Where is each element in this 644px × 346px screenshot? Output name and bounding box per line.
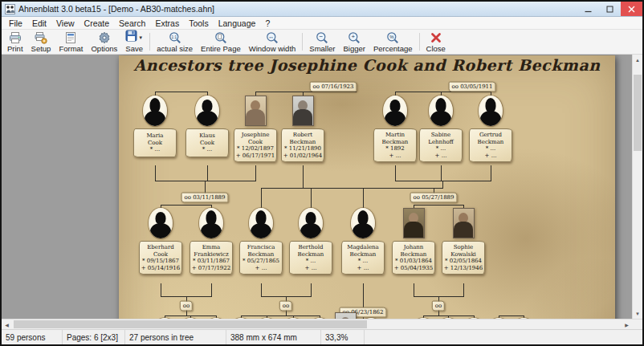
person-text-line: * 11/21/1890 xyxy=(284,145,321,153)
tree-person: BertholdBeckman* ...+ ... xyxy=(288,208,333,275)
person-name-box: MartinBeckman* 1892+ ... xyxy=(373,128,417,162)
person-name-box: KlausCook* ... xyxy=(185,128,229,157)
percentage-label: Percentage xyxy=(373,44,413,53)
person-text-line: + ... xyxy=(435,153,447,160)
tree-line xyxy=(155,92,208,92)
tree-line xyxy=(261,188,443,189)
scroll-left-arrow[interactable]: ◀ xyxy=(2,320,12,329)
tree-person: EmmaFrankiewicz* 03/11/1867+ 07/17/1922 xyxy=(189,208,234,275)
preview-area[interactable]: Ancestors tree Josephine Cook and Robert… xyxy=(2,55,632,319)
bigger-button[interactable]: + Bigger xyxy=(340,30,369,54)
person-photo xyxy=(453,208,475,238)
save-button[interactable]: ▼ Save xyxy=(121,30,147,54)
person-text-line: Eberhard xyxy=(147,244,174,251)
gear-icon xyxy=(98,31,111,44)
scroll-right-arrow[interactable]: ▶ xyxy=(622,320,632,329)
options-button[interactable]: Options xyxy=(87,30,121,54)
tree-person xyxy=(501,318,546,319)
svg-text:↔: ↔ xyxy=(268,34,274,39)
menu-tools[interactable]: Tools xyxy=(184,18,214,28)
person-text-line: + ... xyxy=(357,265,369,272)
vertical-scroll-track[interactable] xyxy=(633,65,642,308)
marriage-label: oo 03/05/1911 xyxy=(449,82,496,92)
menu-create[interactable]: Create xyxy=(79,18,115,28)
menu-view[interactable]: View xyxy=(51,18,79,28)
marriage-label: oo 07/16/1923 xyxy=(310,82,357,92)
menu-search[interactable]: Search xyxy=(114,18,150,28)
horizontal-scroll-track[interactable] xyxy=(12,320,622,329)
vertical-scrollbar[interactable]: ▲ ▼ xyxy=(632,55,642,319)
marriage-label: oo xyxy=(432,301,445,311)
tree-line xyxy=(311,188,312,208)
person-text-line: Beckman xyxy=(290,139,316,146)
toolbar-separator xyxy=(302,33,303,51)
tree-person: SophieKowalski* 02/05/1864+ 12/13/1946 xyxy=(441,208,486,275)
printer-setup-icon xyxy=(35,31,47,44)
tree-line xyxy=(255,165,256,181)
smaller-button[interactable]: − Smaller xyxy=(305,30,339,54)
person-text-line: Cook xyxy=(248,139,263,146)
window-controls xyxy=(577,2,642,16)
maximize-icon xyxy=(606,2,613,16)
close-preview-button[interactable]: Close xyxy=(422,30,450,54)
person-text-line: + ... xyxy=(305,265,317,272)
statusbar: 59 persons Pages: 6 [2x3] 27 persons in … xyxy=(2,329,642,344)
person-text-line: Berthold xyxy=(299,244,324,251)
tree-person: RobertBeckman* 11/21/1890+ 01/02/1964 xyxy=(280,96,325,162)
menu-help[interactable]: ? xyxy=(260,18,275,28)
window-width-button[interactable]: ↔ Window width xyxy=(245,30,300,54)
print-button[interactable]: Print xyxy=(3,30,27,54)
person-name-box: BertholdBeckman* ...+ ... xyxy=(289,241,332,275)
person-text-line: * ... xyxy=(306,258,316,265)
vertical-scroll-thumb[interactable] xyxy=(634,75,642,151)
menu-language[interactable]: Language xyxy=(214,18,261,28)
person-text-line: Sabine xyxy=(431,132,450,139)
status-document-size: 388 mm x 674 mm xyxy=(226,330,321,344)
person-text-line: + 07/17/1922 xyxy=(192,265,230,272)
person-name-box: SabineLehnhoff* ...+ ... xyxy=(419,128,463,162)
person-text-line: Robert xyxy=(293,132,312,139)
person-text-line: + ... xyxy=(389,153,401,160)
person-text-line: * 1892 xyxy=(385,145,405,153)
person-text-line: + 01/02/1964 xyxy=(283,153,322,160)
person-text-line: + 05/14/1916 xyxy=(141,265,180,272)
tree-line xyxy=(442,181,443,188)
zoom-entire-page-icon xyxy=(214,31,227,44)
zoom-out-icon: − xyxy=(316,31,328,44)
tree-person: JohannBeckman* 01/03/1864+ 05/04/1935 xyxy=(391,208,436,275)
setup-button[interactable]: Setup xyxy=(27,30,55,54)
person-photo xyxy=(245,96,267,126)
format-button-label: Format xyxy=(59,44,83,53)
save-button-label: Save xyxy=(125,44,143,53)
menu-file[interactable]: File xyxy=(4,18,27,28)
format-button[interactable]: Format xyxy=(55,30,87,54)
horizontal-scrollbar[interactable]: ◀ ▶ xyxy=(2,319,632,329)
person-text-line: Kowalski xyxy=(450,251,476,258)
person-text-line: * 03/11/1867 xyxy=(193,258,230,265)
entire-page-button[interactable]: Entire Page xyxy=(197,30,245,54)
tree-line xyxy=(211,283,212,296)
menu-extras[interactable]: Extras xyxy=(150,18,184,28)
zoom-actual-size-icon: 1:1 xyxy=(169,31,181,44)
tree-person: GertrudBeckman* ...+ ... xyxy=(468,96,513,162)
menu-edit[interactable]: Edit xyxy=(27,18,51,28)
maximize-button[interactable] xyxy=(599,2,621,16)
percentage-button[interactable]: % Percentage xyxy=(369,30,417,54)
tree-person: KlausCook* ... xyxy=(185,96,230,157)
marriage-label: oo 05/27/1889 xyxy=(410,193,458,203)
tree-line xyxy=(207,165,208,181)
person-text-line: * 05/27/1865 xyxy=(243,258,279,265)
horizontal-scroll-thumb[interactable] xyxy=(14,320,367,328)
svg-text:+: + xyxy=(352,33,356,40)
person-text-line: Cook xyxy=(148,140,162,147)
menubar: File Edit View Create Search Extras Tool… xyxy=(2,17,642,30)
person-name-box: SophieKowalski* 02/05/1864+ 12/13/1946 xyxy=(442,241,485,275)
scroll-down-arrow[interactable]: ▼ xyxy=(633,308,642,319)
tree-line xyxy=(423,315,475,316)
actual-size-button[interactable]: 1:1 actual size xyxy=(153,30,197,54)
tree-person: MariaCook* ... xyxy=(132,96,177,157)
save-dropdown-arrow[interactable]: ▼ xyxy=(138,35,143,40)
scroll-up-arrow[interactable]: ▲ xyxy=(633,55,642,65)
minimize-button[interactable] xyxy=(577,2,599,16)
close-window-button[interactable] xyxy=(621,2,642,16)
